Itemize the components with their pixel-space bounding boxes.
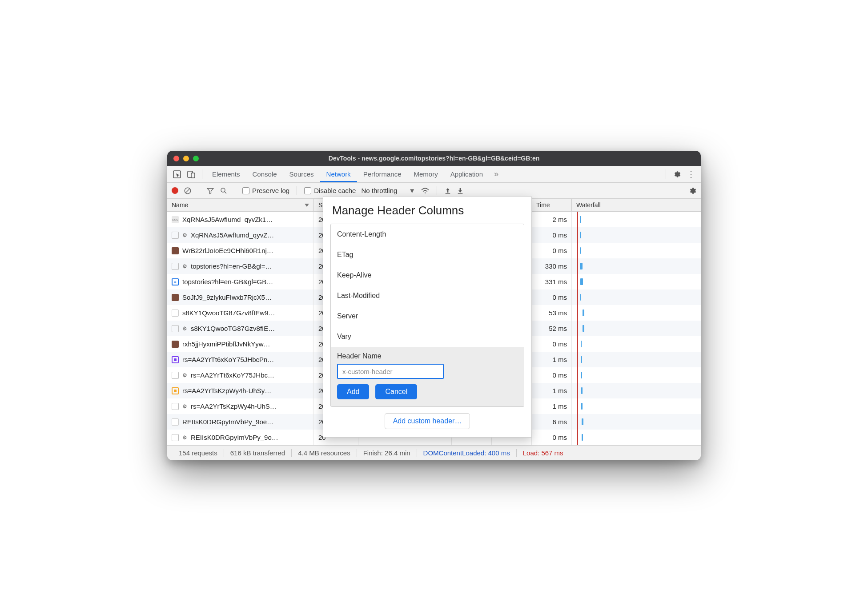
download-icon[interactable] xyxy=(457,187,464,194)
svg-line-6 xyxy=(225,192,226,193)
sort-desc-icon xyxy=(305,204,309,207)
waterfall-cell xyxy=(572,430,701,445)
file-type-icon xyxy=(172,418,179,426)
waterfall-cell xyxy=(572,398,701,414)
add-header-form: Header Name x-custom-header Add Cancel xyxy=(331,347,524,406)
request-name: rs=AA2YrTsKzpWy4h-UhS… xyxy=(191,402,277,410)
status-requests: 154 requests xyxy=(173,449,224,457)
tab-memory[interactable]: Memory xyxy=(408,166,444,182)
add-button[interactable]: Add xyxy=(337,384,369,399)
record-button[interactable] xyxy=(172,187,178,194)
window-title: DevTools - news.google.com/topstories?hl… xyxy=(167,155,701,162)
request-time: 1 ms xyxy=(532,383,572,398)
gear-icon: ⚙ xyxy=(182,263,187,269)
maximize-window-button[interactable] xyxy=(193,156,199,161)
request-time: 1 ms xyxy=(532,352,572,367)
status-finish: Finish: 26.4 min xyxy=(357,449,417,457)
request-name: WrB22rlJoIoEe9CHhi60R1nj… xyxy=(182,247,273,254)
preserve-log-checkbox[interactable]: Preserve log xyxy=(242,187,289,194)
waterfall-cell xyxy=(572,212,701,227)
request-time: 0 ms xyxy=(532,227,572,243)
tab-network[interactable]: Network xyxy=(320,166,357,182)
device-toggle-icon[interactable] xyxy=(184,167,198,181)
col-name[interactable]: Name xyxy=(167,199,314,211)
header-item[interactable]: Keep-Alive xyxy=(331,265,524,285)
filter-icon[interactable] xyxy=(206,187,214,195)
file-type-icon xyxy=(172,372,179,379)
waterfall-cell xyxy=(572,289,701,305)
file-type-icon: ≡ xyxy=(172,278,179,285)
header-item[interactable]: Vary xyxy=(331,326,524,347)
network-conditions-icon[interactable] xyxy=(421,187,430,194)
request-name: REIIsK0DRGpyImVbPy_9oe… xyxy=(182,418,273,426)
gear-icon: ⚙ xyxy=(182,326,187,332)
svg-rect-2 xyxy=(191,173,195,178)
clear-icon[interactable] xyxy=(184,187,192,195)
devtools-window: DevTools - news.google.com/topstories?hl… xyxy=(167,151,701,460)
tab-console[interactable]: Console xyxy=(246,166,283,182)
divider xyxy=(199,186,199,195)
divider xyxy=(235,186,235,195)
throttling-label: No throttling xyxy=(361,187,397,194)
request-time: 0 ms xyxy=(532,367,572,383)
file-type-icon xyxy=(172,434,179,441)
request-name: topstories?hl=en-GB&gl=GB… xyxy=(182,278,273,285)
header-item[interactable]: Last-Modified xyxy=(331,285,524,306)
throttling-select[interactable]: No throttling ▼ xyxy=(361,187,415,194)
main-tabbar: Elements Console Sources Network Perform… xyxy=(167,166,701,183)
waterfall-cell xyxy=(572,383,701,398)
request-time: 331 ms xyxy=(532,274,572,289)
request-name: s8KY1QwooTG87Gzv8fIE… xyxy=(191,325,275,332)
svg-line-4 xyxy=(185,188,190,193)
waterfall-cell xyxy=(572,414,701,430)
file-type-icon xyxy=(172,341,179,348)
waterfall-cell xyxy=(572,227,701,243)
disable-cache-label: Disable cache xyxy=(314,187,356,194)
header-name-label: Header Name xyxy=(337,352,518,360)
tab-sources[interactable]: Sources xyxy=(283,166,320,182)
header-name-input[interactable]: x-custom-header xyxy=(337,364,444,379)
chevron-down-icon: ▼ xyxy=(409,187,415,194)
search-icon[interactable] xyxy=(220,187,228,195)
panel-settings-icon[interactable] xyxy=(688,187,696,195)
status-domcontentloaded: DOMContentLoaded: 400 ms xyxy=(417,449,516,457)
file-type-icon xyxy=(172,387,179,394)
close-window-button[interactable] xyxy=(173,156,179,161)
header-item[interactable]: Server xyxy=(331,306,524,326)
panel-tabs: Elements Console Sources Network Perform… xyxy=(206,166,489,182)
minimize-window-button[interactable] xyxy=(183,156,189,161)
waterfall-cell xyxy=(572,243,701,258)
file-type-icon xyxy=(172,325,179,332)
settings-icon[interactable] xyxy=(670,167,684,181)
col-waterfall[interactable]: Waterfall xyxy=(572,199,701,211)
request-name: REIIsK0DRGpyImVbPy_9o… xyxy=(191,434,278,441)
svg-point-7 xyxy=(425,192,426,193)
disable-cache-checkbox[interactable]: Disable cache xyxy=(304,187,356,194)
checkbox-icon xyxy=(242,187,249,194)
request-name: rxh5jjHyxmiPPtibflJvNkYyw… xyxy=(182,340,270,348)
request-name: SoJfJ9_9zIykuFIwxb7RjcX5… xyxy=(182,293,272,301)
file-type-icon xyxy=(172,232,179,239)
file-type-icon xyxy=(172,294,179,301)
tab-performance[interactable]: Performance xyxy=(357,166,408,182)
svg-rect-8 xyxy=(446,193,450,193)
cancel-button[interactable]: Cancel xyxy=(375,384,417,399)
waterfall-cell xyxy=(572,274,701,289)
preserve-log-label: Preserve log xyxy=(252,187,289,194)
upload-icon[interactable] xyxy=(444,187,451,194)
statusbar: 154 requests 616 kB transferred 4.4 MB r… xyxy=(167,445,701,460)
file-type-icon: css xyxy=(172,216,179,223)
request-time: 0 ms xyxy=(532,336,572,352)
checkbox-icon xyxy=(304,187,311,194)
col-time[interactable]: Time xyxy=(532,199,572,211)
add-custom-header-button[interactable]: Add custom header… xyxy=(385,413,470,429)
header-item[interactable]: ETag xyxy=(331,245,524,265)
request-time: 0 ms xyxy=(532,289,572,305)
tab-application[interactable]: Application xyxy=(444,166,489,182)
tab-elements[interactable]: Elements xyxy=(206,166,246,182)
kebab-menu-icon[interactable]: ⋮ xyxy=(684,167,698,181)
inspect-icon[interactable] xyxy=(170,167,184,181)
waterfall-cell xyxy=(572,367,701,383)
header-item[interactable]: Content-Length xyxy=(331,224,524,245)
more-tabs-icon[interactable]: » xyxy=(489,167,503,181)
